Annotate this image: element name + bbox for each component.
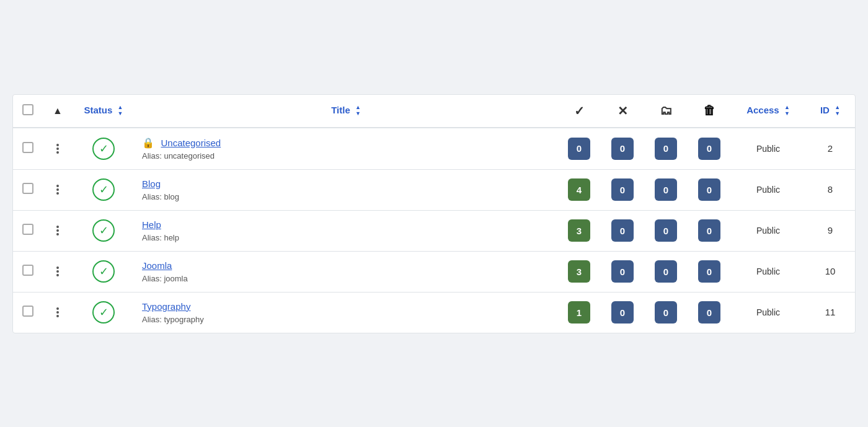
id-sort-icon: ▲▼ <box>835 105 840 117</box>
archived-count-badge[interactable]: 0 <box>655 178 677 201</box>
header-x: ✕ <box>601 95 644 128</box>
row-archived-count-cell: 0 <box>644 169 688 210</box>
trashed-count-badge[interactable]: 0 <box>698 301 720 324</box>
row-published-count-cell: 3 <box>557 210 601 251</box>
row-checkbox[interactable] <box>22 183 33 194</box>
status-published-icon[interactable]: ✓ <box>92 301 115 324</box>
unpublished-count-badge[interactable]: 0 <box>611 219 634 242</box>
row-drag-cell <box>43 292 73 333</box>
row-menu-button[interactable] <box>50 266 65 276</box>
alias-text: Alias: blog <box>142 192 550 201</box>
header-status[interactable]: Status ▲▼ <box>73 95 135 128</box>
row-title-cell: Help Alias: help <box>135 210 557 251</box>
row-unpublished-count-cell: 0 <box>601 210 644 251</box>
header-title[interactable]: Title ▲▼ <box>135 95 557 128</box>
unpublished-count-badge[interactable]: 0 <box>611 301 634 324</box>
row-archived-count-cell: 0 <box>644 251 688 292</box>
row-checkbox[interactable] <box>22 142 33 153</box>
alias-text: Alias: joomla <box>142 274 550 283</box>
table-row: ✓ 🔒 Uncategorised Alias: uncategorised 0… <box>13 128 855 170</box>
status-published-icon[interactable]: ✓ <box>92 138 115 160</box>
header-drag-col: ▲ <box>43 95 73 128</box>
drag-up-icon: ▲ <box>53 105 63 116</box>
row-menu-button[interactable] <box>50 185 65 195</box>
access-value: Public <box>756 185 780 195</box>
x-header-icon: ✕ <box>618 104 628 118</box>
row-checkbox-cell <box>13 128 43 170</box>
trashed-count-badge[interactable]: 0 <box>698 178 720 201</box>
row-checkbox[interactable] <box>22 265 33 276</box>
access-value: Public <box>756 307 780 317</box>
status-sort-icon: ▲▼ <box>118 105 123 117</box>
row-checkbox[interactable] <box>22 224 33 235</box>
alias-text: Alias: help <box>142 233 550 242</box>
row-title-cell: Typography Alias: typography <box>135 292 557 333</box>
published-count-badge[interactable]: 4 <box>568 178 590 201</box>
title-link[interactable]: Uncategorised <box>161 138 221 148</box>
alias-text: Alias: typography <box>142 315 550 324</box>
row-menu-button[interactable] <box>50 144 65 154</box>
unpublished-count-badge[interactable]: 0 <box>611 178 634 201</box>
trashed-count-badge[interactable]: 0 <box>698 138 720 160</box>
id-value: 9 <box>828 225 833 236</box>
access-value: Public <box>756 226 780 236</box>
row-trashed-count-cell: 0 <box>688 251 731 292</box>
row-drag-cell <box>43 251 73 292</box>
status-published-icon[interactable]: ✓ <box>92 219 115 242</box>
id-label: ID <box>820 105 830 115</box>
row-trashed-count-cell: 0 <box>688 292 731 333</box>
header-access[interactable]: Access ▲▼ <box>731 95 805 128</box>
archived-count-badge[interactable]: 0 <box>655 219 677 242</box>
published-count-badge[interactable]: 3 <box>568 260 590 283</box>
row-trashed-count-cell: 0 <box>688 169 731 210</box>
access-value: Public <box>756 266 780 276</box>
row-menu-button[interactable] <box>50 307 65 317</box>
title-label: Title <box>331 105 350 115</box>
title-link[interactable]: Typography <box>142 301 190 312</box>
unpublished-count-badge[interactable]: 0 <box>611 138 634 160</box>
id-value: 11 <box>825 307 836 317</box>
row-id-cell: 9 <box>805 210 855 251</box>
row-title-cell: 🔒 Uncategorised Alias: uncategorised <box>135 128 557 170</box>
row-access-cell: Public <box>731 292 805 333</box>
title-link[interactable]: Joomla <box>142 260 172 271</box>
status-label: Status <box>84 105 113 115</box>
row-status-cell: ✓ <box>73 292 135 333</box>
row-status-cell: ✓ <box>73 251 135 292</box>
status-published-icon[interactable]: ✓ <box>92 178 115 201</box>
row-checkbox[interactable] <box>22 306 33 317</box>
check-header-icon: ✓ <box>574 104 585 118</box>
row-unpublished-count-cell: 0 <box>601 251 644 292</box>
row-status-cell: ✓ <box>73 128 135 170</box>
row-archived-count-cell: 0 <box>644 128 688 170</box>
header-id[interactable]: ID ▲▼ <box>805 95 855 128</box>
archived-count-badge[interactable]: 0 <box>655 138 677 160</box>
row-trashed-count-cell: 0 <box>688 128 731 170</box>
row-checkbox-cell <box>13 292 43 333</box>
row-id-cell: 10 <box>805 251 855 292</box>
title-link[interactable]: Blog <box>142 178 161 189</box>
published-count-badge[interactable]: 1 <box>568 301 590 324</box>
row-published-count-cell: 0 <box>557 128 601 170</box>
status-published-icon[interactable]: ✓ <box>92 260 115 283</box>
archived-count-badge[interactable]: 0 <box>655 260 677 283</box>
row-title-cell: Joomla Alias: joomla <box>135 251 557 292</box>
row-id-cell: 8 <box>805 169 855 210</box>
archived-count-badge[interactable]: 0 <box>655 301 677 324</box>
header-checkbox-col <box>13 95 43 128</box>
access-sort-icon: ▲▼ <box>784 105 790 117</box>
row-unpublished-count-cell: 0 <box>601 128 644 170</box>
select-all-checkbox[interactable] <box>22 104 33 115</box>
access-label: Access <box>746 105 779 115</box>
row-published-count-cell: 4 <box>557 169 601 210</box>
row-drag-cell <box>43 128 73 170</box>
published-count-badge[interactable]: 0 <box>568 138 590 160</box>
title-link[interactable]: Help <box>142 219 161 230</box>
id-value: 2 <box>828 143 833 154</box>
unpublished-count-badge[interactable]: 0 <box>611 260 634 283</box>
access-value: Public <box>756 144 780 154</box>
published-count-badge[interactable]: 3 <box>568 219 590 242</box>
trashed-count-badge[interactable]: 0 <box>698 219 720 242</box>
row-menu-button[interactable] <box>50 226 65 236</box>
trashed-count-badge[interactable]: 0 <box>698 260 720 283</box>
